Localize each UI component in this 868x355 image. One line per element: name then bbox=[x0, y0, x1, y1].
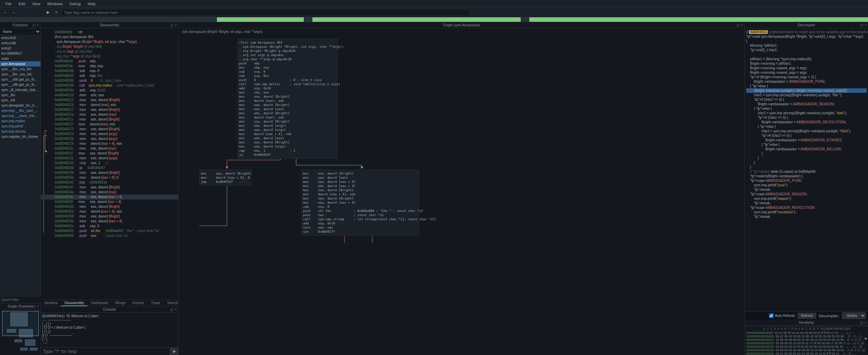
tab-disassembly[interactable]: Disassembly bbox=[61, 300, 88, 306]
decomp-line[interactable]: "tp">switch(Bright->ambassador) { bbox=[746, 174, 867, 178]
disasm-line[interactable]: 0x080491fd push ebp bbox=[41, 59, 178, 64]
disasm-line[interactable]: (fcn) sym.Aeropause 364 bbox=[41, 35, 178, 39]
disasm-line[interactable]: 0x0804922f mov eax, dword [Bright] bbox=[41, 151, 178, 156]
decomp-line[interactable]: Bright->ambassador = AMBASSADOR_MILLION; bbox=[746, 147, 867, 151]
function-item[interactable]: sym.__x86.get_pc_thunk.bx bbox=[0, 82, 40, 87]
function-item[interactable]: main bbox=[0, 56, 40, 61]
hex-row[interactable]: 0000000008049240 04 8b 50 04 8b 45 08 89… bbox=[745, 348, 868, 352]
decomp-line[interactable]: } "tp">else { bbox=[746, 124, 867, 129]
menu-windows[interactable]: Windows bbox=[44, 1, 66, 7]
decomp-line[interactable]: "tp">break; bbox=[746, 187, 867, 192]
hexdump-view[interactable]: 0 1 2 3 4 5 6 7 8 9 A B C D E F 01234567… bbox=[745, 326, 868, 355]
disasm-line[interactable]: 0x080491fc ret bbox=[41, 30, 178, 35]
tab-imports[interactable]: Imports bbox=[129, 300, 147, 306]
graph-canvas[interactable]: sym.Aeropause (Bright *Bright, int argc,… bbox=[179, 28, 744, 355]
close-icon[interactable]: × bbox=[175, 308, 177, 311]
disasm-line[interactable]: 0x08049236 ja 0x8049247 bbox=[41, 166, 178, 170]
decomp-line[interactable]: "tp">break; bbox=[746, 201, 867, 205]
disasm-line[interactable]: 0x0804925b mov eax, dword [eax + 4] bbox=[41, 219, 178, 224]
disasm-line[interactable]: 0x08049231 mov edx, dword [argv] bbox=[41, 156, 178, 161]
console-submit-icon[interactable]: ➤ bbox=[170, 348, 178, 355]
decomp-line[interactable]: { bbox=[746, 39, 867, 43]
decomp-line[interactable]: sym.imp.printf("revolution"); bbox=[746, 210, 867, 214]
nav-forward-icon[interactable]: → bbox=[10, 9, 17, 16]
decomp-line[interactable]: iVar2 = sym.imp.strcmp((Bright->window).… bbox=[746, 111, 867, 115]
disasm-line[interactable]: 0x0804922c mov edx, dword [eax] bbox=[41, 146, 178, 151]
undock-icon[interactable]: ◱ bbox=[33, 23, 36, 27]
function-item[interactable]: sym.imp.strcmp bbox=[0, 129, 40, 134]
disasm-line[interactable]: 0x08049210 mov edx, eax bbox=[41, 93, 178, 98]
hex-row[interactable]: 0000000008049250 83 ec 08 68 08 a0 04 08… bbox=[745, 352, 868, 355]
decomp-line[interactable]: sym.imp.printf("pure"); bbox=[746, 183, 867, 187]
function-item[interactable]: sym._init bbox=[0, 98, 40, 103]
close-icon[interactable]: × bbox=[37, 304, 39, 308]
disasm-line[interactable]: 0x0804921f mov dword [eax], edx bbox=[41, 122, 178, 127]
hex-row[interactable]: 0000000008049230 00 00 00 00 e9 f3 00 00… bbox=[745, 345, 868, 348]
decomp-line[interactable]: (Bright->window).sunlight = Bright->morn… bbox=[746, 88, 867, 93]
disasm-line[interactable]: 0x0804921a mov eax, dword [eax] bbox=[41, 112, 178, 117]
hex-next-icon[interactable]: ▶ bbox=[865, 337, 867, 340]
function-item[interactable]: sym.__x86.get_pc_thunk.bp bbox=[0, 77, 40, 82]
disasm-line[interactable]: 0x08049252 mov eax, dword [Bright] bbox=[41, 204, 178, 209]
disasm-line[interactable]: 0x08049226 mov eax, dword [argv] bbox=[41, 136, 178, 141]
function-item[interactable]: entry0 bbox=[0, 46, 40, 51]
decomp-line[interactable]: Morning *pMVar1; bbox=[746, 43, 867, 48]
decomp-line[interactable]: "tp">if (Bright->morning->saved_argc < 2… bbox=[746, 75, 867, 79]
function-item[interactable]: entry.init0 bbox=[0, 41, 40, 46]
address-input[interactable] bbox=[62, 9, 470, 16]
play-dropdown-icon[interactable]: ▾ bbox=[53, 9, 60, 16]
decomp-line[interactable]: Bright->ambassador = AMBASSADOR_PURE; bbox=[746, 79, 867, 84]
function-item[interactable]: sym._dl_relocate_static_pie bbox=[0, 87, 40, 92]
decomp-line[interactable]: } bbox=[746, 165, 867, 169]
decomp-line[interactable]: iVar2 = sym.imp.strcmp((Bright->window).… bbox=[746, 129, 867, 133]
nav-back-icon[interactable]: ← bbox=[2, 9, 8, 16]
decomp-line[interactable]: iVar2 = sym.imp.strcmp((Bright->window).… bbox=[746, 93, 867, 97]
function-item[interactable]: sym.imp.__libc_start_main bbox=[0, 108, 40, 113]
disasm-line[interactable]: 0x08049203 sub esp, 0xc bbox=[41, 73, 178, 78]
disassembly-view[interactable]: 0x080491fc ret(fcn) sym.Aeropause 364 sy… bbox=[41, 28, 178, 300]
disasm-line[interactable]: 0x0804924f mov edx, dword [eax + 4] bbox=[41, 199, 178, 204]
disasm-line[interactable]: 0x08049258 mov eax, dword [Bright] bbox=[41, 214, 178, 219]
undock-icon[interactable]: ◱ bbox=[737, 23, 740, 27]
function-item[interactable]: sym.__libc_csu_init bbox=[0, 72, 40, 77]
disasm-line[interactable]: ; arg char **argv @ ebp+0x10 bbox=[41, 54, 178, 59]
disasm-line[interactable]: 0x08049242 jmp 0x804933a bbox=[41, 180, 178, 185]
decomp-line[interactable]: "tp">case AMBASSADOR_REASON: bbox=[746, 192, 867, 196]
disasm-line[interactable]: 0x08049238 mov eax, dword [Bright] bbox=[41, 170, 178, 175]
decomp-line[interactable]: "tp">if (iVar2 == 0) { bbox=[746, 133, 867, 138]
tab-dashboard[interactable]: Dashboard bbox=[88, 300, 111, 306]
disasm-line[interactable]: 0x08049208 call sym.imp.malloc ; void *m… bbox=[41, 83, 178, 88]
decomp-line[interactable]: } "tp">else { bbox=[746, 106, 867, 111]
disasm-line[interactable]: 0x08049224 mov edx, dword [argc] bbox=[41, 132, 178, 136]
disasm-line[interactable]: 0x08049221 mov eax, dword [Bright] bbox=[41, 127, 178, 132]
undock-icon[interactable]: ◱ bbox=[170, 23, 173, 27]
disasm-line[interactable]: 0x08049200 sub esp, 8 bbox=[41, 69, 178, 73]
graph-node-false[interactable]: mov eax, dword [Bright] mov dword [eax +… bbox=[199, 170, 251, 186]
auto-refresh-checkbox[interactable]: Auto Refresh bbox=[769, 313, 795, 318]
undock-icon[interactable]: ◱ bbox=[860, 23, 863, 27]
menu-debug[interactable]: Debug bbox=[66, 1, 84, 7]
function-list[interactable]: entry.fini0entry.init0entry0fcn.080490c7… bbox=[0, 35, 40, 296]
disasm-line[interactable]: 0x080491fe mov ebp, esp bbox=[41, 64, 178, 69]
disasm-line[interactable]: 0x08049255 mov dword [eax + 4], edx bbox=[41, 209, 178, 214]
function-sort-select[interactable]: Name bbox=[0, 28, 40, 35]
undock-icon[interactable]: ◱ bbox=[33, 304, 36, 308]
menu-help[interactable]: Help bbox=[84, 1, 99, 7]
decomp-line[interactable]: "tp">break; bbox=[746, 214, 867, 219]
function-item[interactable]: sym.Aeropause bbox=[0, 61, 40, 66]
play-icon[interactable]: ▶ bbox=[45, 9, 51, 16]
menu-file[interactable]: File bbox=[2, 1, 15, 7]
decomp-line[interactable]: } "tp">else { bbox=[746, 142, 867, 147]
disasm-line[interactable]: 0x08049266 push eax ; const char *s1 bbox=[41, 233, 178, 238]
function-item[interactable]: sym.__libc_csu_fini bbox=[0, 66, 40, 72]
tab-sections[interactable]: Sections bbox=[41, 300, 61, 306]
function-item[interactable]: entry.fini0 bbox=[0, 35, 40, 41]
disasm-line[interactable]: 0x08049261 push str.the ; 0x804a008 ; "t… bbox=[41, 229, 178, 233]
decomp-line[interactable]: "tp">if (iVar2 == 0) { bbox=[746, 97, 867, 102]
decomp-line[interactable]: } "tp">else { bbox=[746, 84, 867, 88]
menu-edit[interactable]: Edit bbox=[15, 1, 29, 7]
decomp-line[interactable]: } bbox=[746, 156, 867, 160]
disasm-line[interactable]: 0x0804921c mov edx, dword [Bright] bbox=[41, 117, 178, 122]
decompiler-select[interactable]: Ghidra bbox=[842, 312, 866, 319]
disasm-line[interactable]: ; arg Bright *Bright @ ebp+0x8 bbox=[41, 44, 178, 49]
